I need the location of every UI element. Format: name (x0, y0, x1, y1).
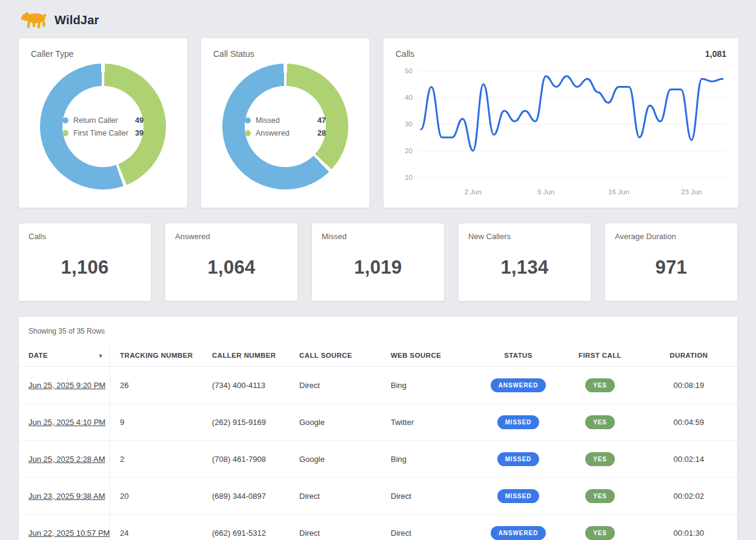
column-header-date[interactable]: DATE▾ (19, 344, 110, 366)
call-date-link[interactable]: Jun 25, 2025 4:10 PM (28, 418, 105, 427)
legend-dot-green-icon (245, 130, 251, 136)
stat-label: New Callers (468, 232, 581, 241)
table-row-count: Showing 35 of 35 Rows (19, 317, 737, 344)
stat-value: 971 (615, 257, 728, 278)
stat-card: Calls 1,106 (18, 223, 151, 301)
duration-cell: 00:04:59 (648, 418, 737, 427)
svg-text:30: 30 (405, 120, 413, 128)
status-badge: MISSED (497, 452, 540, 466)
table-row[interactable]: Jun 25, 2025 9:20 PM 26 (734) 400-4113 D… (19, 367, 737, 404)
call-status-donut-chart[interactable]: Missed 47 Answered 28 (222, 64, 348, 189)
caller-type-legend: Return Caller 49 First Time Caller 39 (62, 86, 144, 167)
caller-number-cell: (689) 344-0897 (202, 492, 290, 501)
duration-cell: 00:01:30 (648, 528, 737, 538)
column-header-status[interactable]: STATUS (484, 344, 560, 366)
calls-total-value: 1,081 (705, 49, 726, 59)
stat-label: Answered (175, 232, 288, 241)
stat-label: Calls (28, 232, 141, 241)
calls-line-card: Calls 1,081 10203040502 Jun9 Jun16 Jun23… (383, 38, 739, 208)
legend-value: 28 (317, 129, 326, 137)
top-bar: WildJar (0, 0, 756, 38)
first-call-badge: YES (585, 415, 615, 429)
column-header-call-source[interactable]: CALL SOURCE (290, 344, 381, 366)
svg-text:16 Jun: 16 Jun (608, 188, 629, 196)
stat-card: Missed 1,019 (311, 223, 445, 301)
legend-value: 49 (135, 116, 144, 125)
stat-value: 1,019 (322, 257, 434, 278)
caller-number-cell: (708) 461-7908 (202, 455, 290, 464)
caller-number-cell: (262) 915-9169 (202, 418, 290, 427)
duration-cell: 00:02:14 (648, 455, 737, 464)
stat-value: 1,106 (28, 257, 141, 278)
stat-value: 1,064 (175, 257, 288, 278)
call-status-legend: Missed 47 Answered 28 (245, 86, 326, 167)
legend-value: 47 (317, 116, 326, 125)
column-header-caller-number[interactable]: CALLER NUMBER (202, 344, 290, 366)
column-header-web-source[interactable]: WEB SOURCE (381, 344, 484, 366)
web-source-cell: Direct (381, 492, 484, 501)
caller-type-title: Caller Type (31, 49, 175, 59)
svg-text:2 Jun: 2 Jun (465, 188, 482, 196)
caller-type-donut-chart[interactable]: Return Caller 49 First Time Caller 39 (40, 64, 166, 189)
stat-card: New Callers 1,134 (458, 223, 591, 301)
first-call-badge: YES (585, 452, 615, 466)
web-source-cell: Bing (381, 455, 484, 464)
first-call-badge: YES (585, 378, 615, 392)
table-header-row: DATE▾TRACKING NUMBERCALLER NUMBERCALL SO… (19, 344, 737, 367)
calls-chart-title: Calls (396, 49, 414, 59)
calls-line-chart[interactable]: 10203040502 Jun9 Jun16 Jun23 Jun (396, 62, 726, 200)
calls-table: DATE▾TRACKING NUMBERCALLER NUMBERCALL SO… (19, 344, 737, 540)
legend-item: First Time Caller 39 (62, 129, 144, 137)
call-source-cell: Direct (290, 492, 381, 501)
legend-label: Answered (256, 129, 290, 137)
svg-text:20: 20 (405, 147, 413, 154)
duration-cell: 00:08:19 (648, 381, 737, 390)
tracking-number-cell: 24 (110, 528, 202, 538)
table-body: Jun 25, 2025 9:20 PM 26 (734) 400-4113 D… (19, 367, 737, 540)
status-badge: MISSED (497, 415, 540, 429)
legend-item: Answered 28 (245, 129, 326, 137)
tracking-number-cell: 20 (110, 492, 202, 501)
status-badge: ANSWERED (491, 378, 546, 392)
column-header-duration[interactable]: DURATION (648, 344, 737, 366)
call-source-cell: Direct (290, 528, 381, 538)
stat-label: Average Duration (615, 232, 728, 241)
table-row[interactable]: Jun 25, 2025 2:28 AM 2 (708) 461-7908 Go… (19, 441, 737, 478)
legend-dot-blue-icon (62, 117, 68, 123)
table-row[interactable]: Jun 25, 2025 4:10 PM 9 (262) 915-9169 Go… (19, 404, 737, 441)
table-row[interactable]: Jun 23, 2025 9:38 AM 20 (689) 344-0897 D… (19, 478, 737, 515)
call-source-cell: Google (290, 455, 381, 464)
tracking-number-cell: 26 (110, 381, 202, 390)
column-header-tracking-number[interactable]: TRACKING NUMBER (110, 344, 202, 366)
svg-text:23 Jun: 23 Jun (681, 188, 702, 196)
bear-icon (21, 11, 47, 29)
first-call-badge: YES (585, 526, 615, 540)
legend-value: 39 (135, 129, 144, 137)
calls-table-card: Showing 35 of 35 Rows DATE▾TRACKING NUMB… (18, 316, 738, 540)
legend-label: First Time Caller (73, 129, 128, 137)
call-date-link[interactable]: Jun 25, 2025 9:20 PM (28, 381, 105, 390)
tracking-number-cell: 9 (110, 418, 202, 427)
legend-item: Return Caller 49 (62, 116, 144, 125)
caller-number-cell: (734) 400-4113 (202, 381, 290, 390)
call-status-card: Call Status Missed 47 Answered 28 (201, 38, 370, 208)
caller-type-card: Caller Type Return Caller 49 First Time … (18, 38, 188, 208)
svg-text:40: 40 (405, 94, 413, 101)
column-header-first-call[interactable]: FIRST CALL (560, 344, 648, 366)
call-date-link[interactable]: Jun 25, 2025 2:28 AM (28, 455, 105, 464)
legend-label: Return Caller (73, 116, 118, 125)
charts-row: Caller Type Return Caller 49 First Time … (18, 38, 738, 208)
call-source-cell: Google (290, 418, 381, 427)
stat-label: Missed (322, 232, 434, 241)
table-row[interactable]: Jun 22, 2025 10:57 PM 24 (662) 691-5312 … (19, 515, 737, 540)
sort-descending-icon[interactable]: ▾ (99, 352, 102, 359)
stats-row: Calls 1,106 Answered 1,064 Missed 1,019 … (18, 223, 738, 301)
call-status-title: Call Status (213, 49, 357, 59)
stat-card: Answered 1,064 (165, 223, 298, 301)
legend-dot-green-icon (62, 130, 68, 136)
tracking-number-cell: 2 (110, 455, 202, 464)
stat-card: Average Duration 971 (605, 223, 738, 301)
call-date-link[interactable]: Jun 23, 2025 9:38 AM (28, 492, 105, 501)
legend-item: Missed 47 (245, 116, 326, 125)
call-date-link[interactable]: Jun 22, 2025 10:57 PM (28, 528, 110, 538)
